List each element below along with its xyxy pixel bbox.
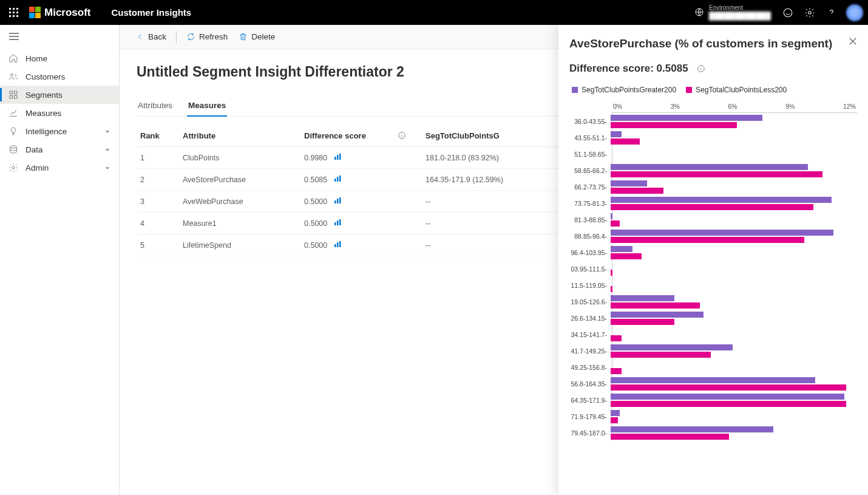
sidebar-item-home[interactable]: Home — [0, 49, 119, 67]
svg-rect-20 — [334, 157, 336, 160]
svg-rect-32 — [334, 244, 336, 247]
bar-series-a — [611, 344, 733, 350]
barchart-icon — [334, 197, 341, 206]
chart-row: 88.85-96.4- — [569, 228, 857, 244]
y-tick: 88.85-96.4- — [569, 233, 611, 240]
bar-series-b — [611, 122, 737, 128]
table-row[interactable]: 4Measure10.5000 -- — [137, 213, 574, 234]
settings-icon[interactable] — [799, 0, 821, 25]
col-rank[interactable]: Rank — [137, 125, 179, 147]
environment-name: ████████████ — [709, 12, 771, 20]
bar-series-b — [611, 434, 729, 440]
refresh-button[interactable]: Refresh — [183, 30, 231, 44]
svg-point-12 — [10, 73, 13, 76]
info-icon[interactable] — [398, 131, 406, 140]
sidebar-item-segments[interactable]: Segments — [0, 86, 119, 104]
chart-row: 73.75-81.3- — [569, 195, 857, 211]
tab-attributes[interactable]: Attributes — [137, 97, 174, 116]
table-row[interactable]: 1ClubPoints0.9980 181.0-218.0 (83.92%) — [137, 147, 574, 169]
sidebar-item-data[interactable]: Data — [0, 140, 119, 159]
sidebar-item-admin[interactable]: Admin — [0, 159, 119, 177]
bar-series-a — [611, 180, 647, 186]
sidebar-item-customers[interactable]: Customers — [0, 67, 119, 86]
bar-series-a — [611, 164, 808, 170]
close-button[interactable] — [849, 37, 857, 48]
svg-rect-22 — [339, 154, 341, 160]
svg-rect-21 — [337, 155, 339, 160]
info-icon[interactable] — [697, 64, 705, 73]
app-launcher[interactable] — [5, 8, 23, 18]
table-row[interactable]: 3AveWebPurchase0.5000 -- — [137, 191, 574, 213]
chart-row: 49.25-156.8- — [569, 359, 857, 375]
chart-row: 36.0-43.55- — [569, 113, 857, 129]
nav-toggle[interactable] — [0, 29, 119, 49]
svg-rect-34 — [339, 241, 341, 247]
sidebar-item-label: Data — [25, 145, 43, 154]
col-attribute[interactable]: Attribute — [179, 125, 300, 147]
y-tick: 56.8-164.35- — [569, 380, 611, 387]
bar-series-b — [611, 220, 620, 227]
help-icon[interactable] — [821, 0, 843, 25]
globe-icon — [694, 7, 704, 17]
col-diff[interactable]: Difference score — [300, 125, 422, 147]
chart-row: 41.7-149.25- — [569, 343, 857, 359]
svg-rect-0 — [9, 8, 11, 10]
back-button[interactable]: Back — [132, 30, 170, 44]
svg-rect-16 — [14, 95, 17, 98]
table-row[interactable]: 5LifetimeSpend0.5000 -- — [137, 234, 574, 256]
delete-button[interactable]: Delete — [235, 30, 279, 44]
bar-series-b — [611, 204, 813, 210]
sidebar-item-measures[interactable]: Measures — [0, 104, 119, 122]
bar-series-b — [611, 286, 612, 292]
x-tick: 6% — [728, 103, 737, 110]
feedback-icon[interactable] — [777, 0, 799, 25]
bar-series-b — [611, 171, 822, 177]
sidebar-item-intelligence[interactable]: Intelligence — [0, 122, 119, 140]
bar-series-a — [611, 115, 762, 121]
chart-row: 66.2-73.75- — [569, 179, 857, 195]
barchart-icon — [334, 176, 341, 184]
bar-series-b — [611, 237, 804, 243]
y-tick: 58.65-66.2- — [569, 167, 611, 174]
tab-measures[interactable]: Measures — [187, 97, 227, 116]
y-tick: 41.7-149.25- — [569, 347, 611, 355]
bar-series-a — [611, 295, 674, 301]
sidebar-item-label: Measures — [25, 109, 61, 118]
sidebar-item-label: Customers — [25, 72, 65, 81]
svg-rect-33 — [337, 242, 339, 247]
sidebar-item-label: Admin — [25, 163, 49, 172]
y-tick: 34.15-141.7- — [569, 331, 611, 338]
x-tick: 9% — [785, 103, 795, 110]
bar-series-a — [611, 213, 612, 219]
svg-point-10 — [784, 9, 792, 17]
svg-rect-13 — [10, 91, 13, 94]
bar-series-b — [611, 401, 846, 407]
barchart-icon — [334, 241, 341, 250]
customer-icon — [8, 72, 18, 81]
chart-row: 43.55-51.1- — [569, 129, 857, 146]
bar-series-b — [611, 335, 622, 341]
sidebar-item-label: Intelligence — [25, 127, 67, 136]
chart-row: 51.1-58.65- — [569, 146, 857, 162]
svg-rect-28 — [339, 197, 341, 203]
svg-rect-2 — [16, 8, 18, 10]
y-tick: 81.3-88.85- — [569, 216, 611, 224]
col-seg[interactable]: SegTotClubPointsG — [422, 125, 574, 147]
chart-row: 64.35-171.9- — [569, 392, 857, 408]
y-tick: 11.5-119.05- — [569, 282, 611, 289]
chart-row: 79.45-187.0- — [569, 425, 857, 441]
svg-rect-14 — [14, 91, 17, 94]
app-name: Customer Insights — [112, 7, 192, 18]
difference-score: Difference score: 0.5085 — [569, 63, 857, 75]
y-tick: 66.2-73.75- — [569, 183, 611, 191]
table-row[interactable]: 2AveStorePurchase0.5085 164.35-171.9 (12… — [137, 169, 574, 191]
bar-series-a — [611, 312, 704, 318]
environment-picker[interactable]: Environment ████████████ — [694, 4, 771, 20]
bar-series-a — [611, 246, 632, 252]
svg-rect-31 — [339, 219, 341, 225]
avatar[interactable] — [846, 4, 863, 21]
bar-series-b — [611, 417, 618, 423]
results-table: Rank Attribute Difference score SegTotCl… — [137, 125, 574, 256]
y-tick: 64.35-171.9- — [569, 397, 611, 404]
chart-row: 96.4-103.95- — [569, 244, 857, 261]
